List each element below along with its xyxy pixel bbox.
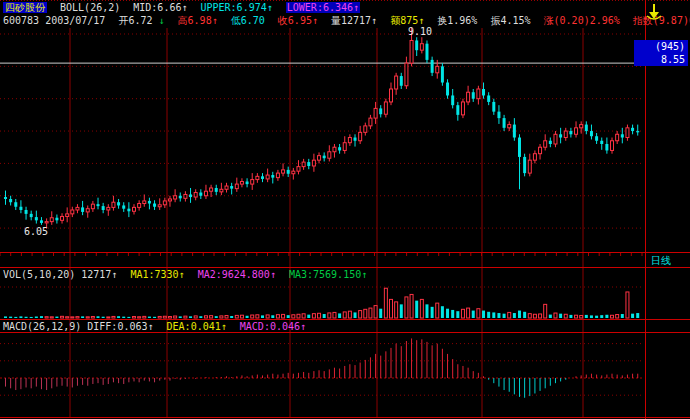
candle-body-down <box>600 141 603 144</box>
candle-body-down <box>621 134 624 137</box>
candle-body-down <box>431 60 434 73</box>
candle-body-up <box>508 125 511 128</box>
candle-body-down <box>35 217 38 220</box>
volume-bar-down <box>585 315 588 318</box>
price-tag-price: 8.55 <box>634 53 685 66</box>
volume-bar-up <box>158 316 161 318</box>
volume-bar-up <box>276 315 279 318</box>
volume-bar-up <box>369 308 372 318</box>
volume-bar-down <box>549 315 552 318</box>
volume-bar-down <box>451 310 454 318</box>
macd-pane-header: MACD(26,12,9) DIFF:0.063↑ DEA:0.041↑ MAC… <box>3 321 313 332</box>
volume-bar-down <box>199 316 202 318</box>
volume-bar-up <box>348 311 351 318</box>
candle-body-down <box>497 112 500 118</box>
volume-bar-up <box>528 314 531 318</box>
candle-body-down <box>354 138 357 141</box>
volume-bar-up <box>564 314 567 318</box>
volume-bar-up <box>86 317 89 318</box>
candle-body-up <box>266 175 269 179</box>
candle-body-down <box>215 188 218 192</box>
volume-bar-up <box>420 299 423 318</box>
stock-code-date: 600783 2003/07/17 <box>3 15 105 26</box>
volume-bar-down <box>179 316 182 318</box>
volume-bar-down <box>600 315 603 318</box>
volume-bar-up <box>204 316 207 318</box>
volume-bar-down <box>569 315 572 318</box>
candle-body-up <box>256 176 259 179</box>
volume-bar-up <box>184 316 187 318</box>
volume-bar-up <box>318 313 321 318</box>
volume-bar-up <box>580 316 583 318</box>
candle-body-up <box>204 191 207 196</box>
candle-body-down <box>446 83 449 96</box>
volume-bar-down <box>14 317 17 318</box>
candle-body-up <box>312 160 315 166</box>
candle-body-down <box>441 66 444 82</box>
chart-canvas[interactable] <box>0 0 690 419</box>
candle-body-up <box>343 143 346 151</box>
volume-bar-up <box>71 317 74 318</box>
volume-bar-up <box>163 316 166 318</box>
stock-name[interactable]: 四砂股份 <box>3 2 47 13</box>
candle-body-down <box>19 207 22 210</box>
volume-bar-down <box>323 314 326 318</box>
volume-bar-up <box>554 313 557 318</box>
candle-body-up <box>76 207 79 210</box>
volume-bar-up <box>461 309 464 318</box>
turnover-rate: 换1.96% <box>437 15 477 26</box>
amount-value: 额875↑ <box>390 15 424 26</box>
volume-bar-down <box>456 311 459 318</box>
macd-diff-value: MACD(26,12,9) DIFF:0.063↑ <box>3 321 154 332</box>
candle-body-up <box>91 204 94 209</box>
candle-body-down <box>585 125 588 131</box>
candle-body-up <box>158 205 161 207</box>
candle-body-up <box>420 44 423 50</box>
candle-body-down <box>569 131 572 134</box>
volume-bar-up <box>91 317 94 318</box>
period-selector[interactable]: 日线 <box>651 254 671 268</box>
volume-bar-down <box>189 316 192 318</box>
candle-body-up <box>276 173 279 178</box>
candle-body-down <box>9 199 12 202</box>
candle-body-up <box>297 167 300 172</box>
candle-body-down <box>271 175 274 178</box>
candle-body-up <box>374 108 377 118</box>
volume-bar-up <box>333 312 336 318</box>
volume-bar-up <box>292 315 295 318</box>
candle-body-up <box>554 134 557 144</box>
volume-bar-down <box>523 312 526 318</box>
candle-body-down <box>605 144 608 150</box>
volume-bar-down <box>338 313 341 318</box>
volume-bar-up <box>256 315 259 318</box>
volume-bar-down <box>631 314 634 318</box>
vol-ma1-value: MA1:7330↑ <box>130 269 184 280</box>
candle-body-up <box>138 204 141 208</box>
volume-bar-up <box>168 317 171 318</box>
candle-body-up <box>533 154 536 160</box>
candle-body-up <box>328 152 331 158</box>
volume-bar-up <box>251 315 254 318</box>
stock-chart-app: 四砂股份 BOLL(26,2) MID:6.66↑ UPPER:6.974↑ L… <box>0 0 690 419</box>
volume-bar-down <box>4 316 7 318</box>
candle-body-up <box>66 214 69 217</box>
candle-body-up <box>240 182 243 185</box>
candle-body-down <box>189 194 192 197</box>
volume-bar-up <box>611 315 614 318</box>
candle-body-up <box>50 218 53 222</box>
candle-body-down <box>122 205 125 208</box>
candle-body-down <box>81 207 84 212</box>
candle-body-down <box>472 92 475 98</box>
candle-body-up <box>544 141 547 147</box>
volume-bar-down <box>425 304 428 318</box>
candle-body-up <box>225 186 228 189</box>
candle-body-up <box>369 118 372 126</box>
volume-bar-down <box>431 307 434 318</box>
volume-bar-up <box>220 316 223 318</box>
volume-bar-up <box>112 316 115 318</box>
scroll-down-arrow-icon[interactable] <box>645 1 663 23</box>
candle-body-down <box>127 209 130 212</box>
vol-params: VOL(5,10,20) 12717↑ <box>3 269 117 280</box>
volume-bar-down <box>19 316 22 318</box>
volume-bar-down <box>482 311 485 318</box>
